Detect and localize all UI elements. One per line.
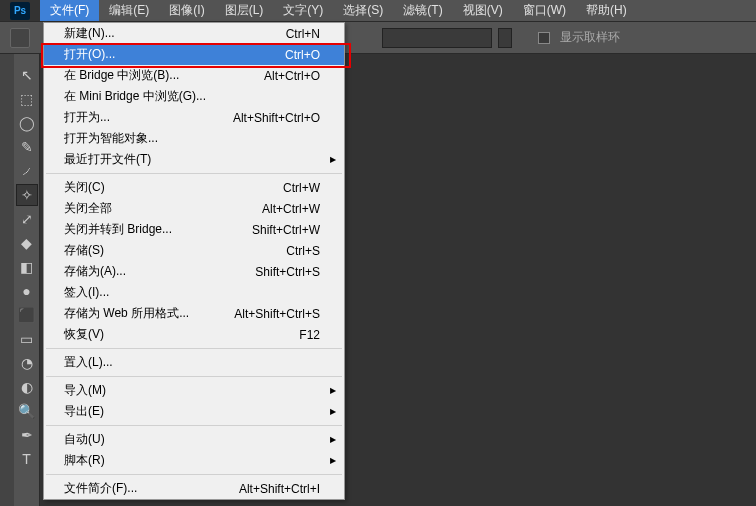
menu-item-label: 文件简介(F)... <box>64 480 230 497</box>
tool-7[interactable]: ◆ <box>16 232 38 254</box>
menu-item[interactable]: 自动(U)▶ <box>44 429 344 450</box>
menu-item-label: 自动(U) <box>64 431 320 448</box>
menu-item-label: 导入(M) <box>64 382 320 399</box>
menu-图像i[interactable]: 图像(I) <box>159 0 214 21</box>
menu-item-label: 存储(S) <box>64 242 230 259</box>
menu-item[interactable]: 脚本(R)▶ <box>44 450 344 471</box>
menu-item-label: 关闭(C) <box>64 179 230 196</box>
menu-item-label: 导出(E) <box>64 403 320 420</box>
menu-item[interactable]: 关闭全部Alt+Ctrl+W <box>44 198 344 219</box>
menu-item-shortcut: Ctrl+S <box>230 244 320 258</box>
menu-文件f[interactable]: 文件(F) <box>40 0 99 21</box>
sample-ring-label: 显示取样环 <box>560 29 620 46</box>
menubar: Ps 文件(F)编辑(E)图像(I)图层(L)文字(Y)选择(S)滤镜(T)视图… <box>0 0 756 22</box>
sample-size-dropdown[interactable] <box>382 28 492 48</box>
tool-3[interactable]: ✎ <box>16 136 38 158</box>
menu-item-shortcut: Alt+Shift+Ctrl+I <box>230 482 320 496</box>
tool-10[interactable]: ⬛ <box>16 304 38 326</box>
menu-帮助h[interactable]: 帮助(H) <box>576 0 637 21</box>
menu-item[interactable]: 在 Mini Bridge 中浏览(G)... <box>44 86 344 107</box>
menu-item-shortcut: Ctrl+N <box>230 27 320 41</box>
current-tool-icon[interactable] <box>10 28 30 48</box>
menu-item[interactable]: 打开为智能对象... <box>44 128 344 149</box>
menu-item-label: 签入(I)... <box>64 284 320 301</box>
menu-separator <box>46 348 342 349</box>
tool-strip <box>0 54 14 506</box>
tool-8[interactable]: ◧ <box>16 256 38 278</box>
menu-item[interactable]: 新建(N)...Ctrl+N <box>44 23 344 44</box>
menu-item[interactable]: 打开为...Alt+Shift+Ctrl+O <box>44 107 344 128</box>
menu-item[interactable]: 签入(I)... <box>44 282 344 303</box>
menu-编辑e[interactable]: 编辑(E) <box>99 0 159 21</box>
menu-item-shortcut: Shift+Ctrl+W <box>230 223 320 237</box>
menu-separator <box>46 376 342 377</box>
menu-item-shortcut: Alt+Ctrl+W <box>230 202 320 216</box>
menu-item-shortcut: F12 <box>230 328 320 342</box>
tool-5[interactable]: ✧ <box>16 184 38 206</box>
sample-ring-checkbox[interactable] <box>538 32 550 44</box>
menu-item-shortcut: Alt+Shift+Ctrl+S <box>230 307 320 321</box>
menu-item-label: 关闭全部 <box>64 200 230 217</box>
menu-item-label: 在 Bridge 中浏览(B)... <box>64 67 230 84</box>
menu-item[interactable]: 文件简介(F)...Alt+Shift+Ctrl+I <box>44 478 344 499</box>
menu-窗口w[interactable]: 窗口(W) <box>513 0 576 21</box>
submenu-arrow-icon: ▶ <box>330 456 336 465</box>
tool-15[interactable]: ✒ <box>16 424 38 446</box>
menu-item-label: 在 Mini Bridge 中浏览(G)... <box>64 88 320 105</box>
menu-separator <box>46 425 342 426</box>
menu-滤镜t[interactable]: 滤镜(T) <box>393 0 452 21</box>
menu-item[interactable]: 置入(L)... <box>44 352 344 373</box>
menu-item[interactable]: 关闭(C)Ctrl+W <box>44 177 344 198</box>
submenu-arrow-icon: ▶ <box>330 386 336 395</box>
menu-图层l[interactable]: 图层(L) <box>215 0 274 21</box>
menu-item-shortcut: Alt+Ctrl+O <box>230 69 320 83</box>
submenu-arrow-icon: ▶ <box>330 407 336 416</box>
menu-item-label: 新建(N)... <box>64 25 230 42</box>
menu-选择s[interactable]: 选择(S) <box>333 0 393 21</box>
menu-item[interactable]: 导出(E)▶ <box>44 401 344 422</box>
menu-separator <box>46 173 342 174</box>
tool-9[interactable]: ● <box>16 280 38 302</box>
app-logo: Ps <box>0 0 40 21</box>
menu-item-label: 置入(L)... <box>64 354 320 371</box>
tool-4[interactable]: ⟋ <box>16 160 38 182</box>
menu-item-shortcut: Ctrl+O <box>230 48 320 62</box>
tool-16[interactable]: T <box>16 448 38 470</box>
file-menu-dropdown: 新建(N)...Ctrl+N打开(O)...Ctrl+O在 Bridge 中浏览… <box>43 22 345 500</box>
menu-item-shortcut: Ctrl+W <box>230 181 320 195</box>
menu-item[interactable]: 存储为(A)...Shift+Ctrl+S <box>44 261 344 282</box>
menu-视图v[interactable]: 视图(V) <box>453 0 513 21</box>
tool-1[interactable]: ⬚ <box>16 88 38 110</box>
tool-2[interactable]: ◯ <box>16 112 38 134</box>
ps-logo-icon: Ps <box>10 2 30 20</box>
menu-item-label: 脚本(R) <box>64 452 320 469</box>
menu-item-label: 存储为(A)... <box>64 263 230 280</box>
menu-item[interactable]: 打开(O)...Ctrl+O <box>44 44 344 65</box>
tool-0[interactable]: ↖ <box>16 64 38 86</box>
menu-item-label: 最近打开文件(T) <box>64 151 320 168</box>
menu-item-label: 存储为 Web 所用格式... <box>64 305 230 322</box>
tool-14[interactable]: 🔍 <box>16 400 38 422</box>
tool-6[interactable]: ⤢ <box>16 208 38 230</box>
menu-item-shortcut: Shift+Ctrl+S <box>230 265 320 279</box>
menu-item[interactable]: 恢复(V)F12 <box>44 324 344 345</box>
menu-item-label: 恢复(V) <box>64 326 230 343</box>
menu-item[interactable]: 关闭并转到 Bridge...Shift+Ctrl+W <box>44 219 344 240</box>
menu-separator <box>46 474 342 475</box>
menu-item-label: 打开为... <box>64 109 230 126</box>
menu-item[interactable]: 导入(M)▶ <box>44 380 344 401</box>
menu-item-label: 打开为智能对象... <box>64 130 320 147</box>
dropdown-arrows-icon[interactable] <box>498 28 512 48</box>
menu-item[interactable]: 在 Bridge 中浏览(B)...Alt+Ctrl+O <box>44 65 344 86</box>
tool-12[interactable]: ◔ <box>16 352 38 374</box>
menu-item[interactable]: 存储为 Web 所用格式...Alt+Shift+Ctrl+S <box>44 303 344 324</box>
menu-item-label: 打开(O)... <box>64 46 230 63</box>
tool-13[interactable]: ◐ <box>16 376 38 398</box>
tool-11[interactable]: ▭ <box>16 328 38 350</box>
menu-item[interactable]: 最近打开文件(T)▶ <box>44 149 344 170</box>
menu-item-shortcut: Alt+Shift+Ctrl+O <box>230 111 320 125</box>
menu-item[interactable]: 存储(S)Ctrl+S <box>44 240 344 261</box>
menu-文字y[interactable]: 文字(Y) <box>273 0 333 21</box>
submenu-arrow-icon: ▶ <box>330 155 336 164</box>
submenu-arrow-icon: ▶ <box>330 435 336 444</box>
